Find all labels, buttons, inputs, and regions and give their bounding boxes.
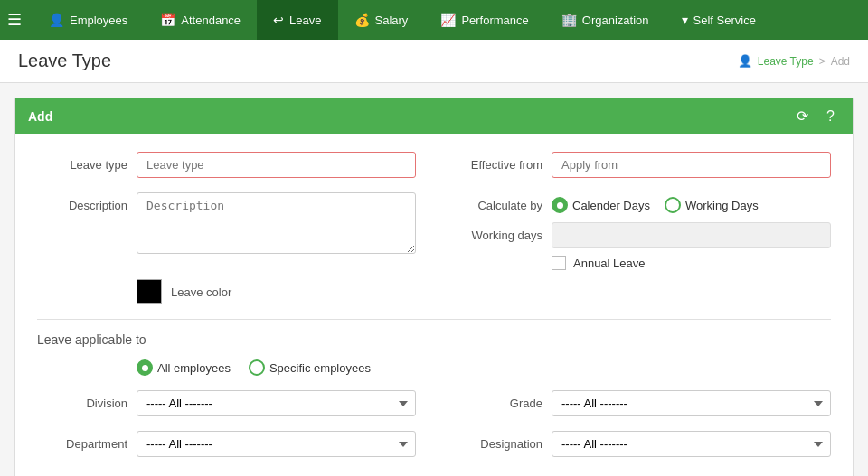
division-select[interactable]: ----- All ------- [137, 390, 416, 416]
all-employees-radio[interactable] [137, 359, 153, 376]
working-days-radio[interactable] [665, 197, 681, 213]
breadcrumb-separator: > [819, 55, 826, 68]
nav-item-attendance[interactable]: 📅 Attendance [144, 0, 257, 40]
self-service-icon: ▾ [682, 13, 688, 27]
calendar-days-label: Calender Days [572, 199, 650, 212]
help-button[interactable]: ? [821, 106, 840, 126]
leave-type-label: Leave type [37, 152, 127, 172]
leave-applicable-section: Leave applicable to All employees Specif… [37, 332, 831, 457]
specific-employees-radio[interactable] [249, 359, 265, 376]
annual-leave-label: Annual Leave [573, 257, 646, 270]
leave-type-group: Leave type [37, 152, 416, 178]
breadcrumb-icon: 👤 [738, 54, 752, 68]
leave-color-label: Leave color [171, 285, 231, 299]
designation-select[interactable]: ----- All ------- [552, 431, 831, 457]
nav-item-leave[interactable]: ↩ Leave [257, 0, 337, 40]
nav-item-performance[interactable]: 📈 Performance [424, 0, 544, 40]
effective-from-group: Effective from [452, 152, 831, 178]
leave-type-input[interactable] [137, 152, 416, 178]
employees-icon: 👤 [49, 13, 64, 27]
description-label: Description [37, 192, 127, 212]
page-header: Leave Type 👤 Leave Type > Add [0, 40, 868, 83]
effective-from-label: Effective from [452, 152, 542, 172]
effective-from-input[interactable] [552, 152, 831, 178]
grade-group: Grade ----- All ------- [452, 390, 831, 416]
department-label: Department [37, 431, 127, 451]
breadcrumb: 👤 Leave Type > Add [738, 54, 850, 68]
designation-label: Designation [452, 431, 542, 451]
section-divider [37, 319, 831, 320]
refresh-button[interactable]: ⟳ [791, 106, 814, 126]
applicable-form: Division ----- All ------- Grade ----- A… [37, 390, 831, 457]
nav-item-employees[interactable]: 👤 Employees [33, 0, 144, 40]
nav-item-self-service[interactable]: ▾ Self Service [665, 0, 772, 40]
nav-item-salary[interactable]: 💰 Salary [338, 0, 425, 40]
calendar-days-radio[interactable] [552, 197, 568, 213]
card-actions: ⟳ ? [791, 106, 840, 126]
working-days-field-label: Working days [452, 222, 542, 242]
calendar-days-option[interactable]: Calender Days [552, 197, 650, 213]
card-body: Leave type Effective from Desc [15, 134, 853, 476]
specific-employees-label: Specific employees [269, 361, 371, 375]
salary-icon: 💰 [354, 13, 370, 27]
description-input[interactable] [137, 192, 416, 254]
page-title: Leave Type [18, 51, 111, 71]
calculate-by-radios: Calender Days Working Days [552, 192, 831, 213]
form-section-top: Leave type Effective from Desc [37, 152, 831, 270]
performance-icon: 📈 [440, 13, 456, 27]
leave-color-row: Leave color [137, 279, 831, 304]
division-group: Division ----- All ------- [37, 390, 416, 416]
card-title: Add [28, 109, 52, 124]
working-days-option[interactable]: Working Days [665, 197, 759, 213]
designation-group: Designation ----- All ------- [452, 431, 831, 457]
main-nav: ☰ 👤 Employees 📅 Attendance ↩ Leave 💰 Sal… [0, 0, 868, 40]
specific-employees-option[interactable]: Specific employees [249, 359, 371, 376]
attendance-icon: 📅 [160, 13, 175, 27]
description-group: Description [37, 192, 416, 270]
grade-select[interactable]: ----- All ------- [552, 390, 831, 416]
grade-label: Grade [452, 390, 542, 410]
working-days-input[interactable]: 0 [552, 222, 831, 248]
working-days-label: Working Days [685, 199, 759, 212]
section-title: Leave applicable to [37, 332, 831, 347]
department-select[interactable]: ----- All ------- [137, 431, 416, 457]
color-swatch[interactable] [137, 279, 162, 304]
all-employees-label: All employees [157, 361, 231, 375]
add-card: Add ⟳ ? Leave type Effective from [14, 98, 854, 476]
all-employees-option[interactable]: All employees [137, 359, 231, 376]
breadcrumb-link[interactable]: Leave Type [758, 55, 814, 68]
nav-item-organization[interactable]: 🏢 Organization [545, 0, 665, 40]
calculate-by-label: Calculate by [452, 192, 542, 212]
hamburger-icon[interactable]: ☰ [7, 10, 22, 30]
applicable-radios: All employees Specific employees [137, 359, 831, 376]
division-label: Division [37, 390, 127, 410]
department-group: Department ----- All ------- [37, 431, 416, 457]
leave-icon: ↩ [273, 13, 284, 27]
annual-leave-checkbox[interactable] [552, 256, 566, 270]
breadcrumb-current: Add [831, 55, 850, 68]
organization-icon: 🏢 [561, 13, 577, 27]
calculate-by-group: Calculate by Calender Days Working Days [452, 192, 831, 270]
card-header: Add ⟳ ? [15, 98, 853, 134]
